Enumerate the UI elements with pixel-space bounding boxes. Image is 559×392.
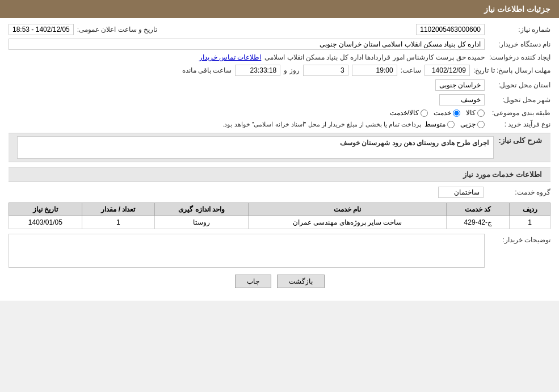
creator-row: ایجاد کننده درخواست: حمیده حق پرست کارشن… bbox=[9, 53, 550, 61]
deadline-days-label: روز و bbox=[284, 66, 299, 74]
col-service-name: نام خدمت bbox=[248, 203, 446, 216]
creator-link[interactable]: اطلاعات تماس خریدار bbox=[199, 53, 262, 61]
purchase-type-row: نوع فرآیند خرید : جزیی متوسط پرداخت تمام… bbox=[9, 120, 550, 128]
radio-khedmat[interactable] bbox=[453, 109, 460, 117]
services-title: اطلاعات خدمات مورد نیاز bbox=[463, 170, 542, 179]
general-desc-value: اجرای طرح هادی روستای دهن رود شهرستان خو… bbox=[17, 136, 494, 159]
need-number-row: شماره نیاز: 1102005463000600 تاریخ و ساع… bbox=[9, 24, 550, 35]
cell-quantity: 1 bbox=[82, 216, 155, 229]
buyer-desc-label: توضیحات خریدار: bbox=[488, 234, 550, 244]
content-area: شماره نیاز: 1102005463000600 تاریخ و ساع… bbox=[0, 18, 559, 301]
deadline-time-label: ساعت: bbox=[401, 66, 421, 74]
deadline-row: مهلت ارسال پاسخ: تا تاریخ: 1402/12/09 سا… bbox=[9, 65, 550, 76]
cell-row-num: 1 bbox=[510, 216, 550, 229]
buyer-org-row: نام دستگاه خریدار: اداره کل بنیاد مسکن ا… bbox=[9, 39, 550, 50]
cell-date: 1403/01/05 bbox=[9, 216, 82, 229]
purchase-type-radio-group: جزیی متوسط bbox=[424, 120, 485, 128]
category-khedmat: خدمت bbox=[434, 109, 460, 117]
col-unit: واحد اندازه گیری bbox=[155, 203, 249, 216]
buyer-org-label: نام دستگاه خریدار: bbox=[488, 40, 550, 48]
category-kala: کالا bbox=[466, 109, 485, 117]
services-table-section: ردیف کد خدمت نام خدمت واحد اندازه گیری ت… bbox=[9, 203, 550, 229]
col-quantity: تعداد / مقدار bbox=[82, 203, 155, 216]
col-service-code: کد خدمت bbox=[447, 203, 510, 216]
city-value: خوسف bbox=[439, 94, 485, 106]
city-row: شهر محل تحویل: خوسف bbox=[9, 94, 550, 106]
page-title: جزئیات اطلاعات نیاز bbox=[0, 0, 559, 18]
need-number-label: شماره نیاز: bbox=[488, 26, 550, 33]
radio-kala-khedmat[interactable] bbox=[421, 109, 428, 117]
province-value: خراسان جنوبی bbox=[435, 79, 485, 91]
table-row: 1 ج-42-429 ساخت سایر پروژه‌های مهندسی عم… bbox=[9, 216, 550, 229]
deadline-remaining-label: ساعت باقی مانده bbox=[182, 66, 232, 74]
col-row-num: ردیف bbox=[510, 203, 550, 216]
button-row: بازگشت چاپ bbox=[9, 275, 550, 288]
creator-label: ایجاد کننده درخواست: bbox=[488, 53, 550, 61]
header-title: جزئیات اطلاعات نیاز bbox=[484, 5, 550, 14]
announcement-label: تاریخ و ساعت اعلان عمومی: bbox=[77, 26, 158, 33]
purchase-type-label: نوع فرآیند خرید : bbox=[488, 120, 550, 128]
buyer-org-value: اداره کل بنیاد مسکن انقلاب اسلامی استان … bbox=[9, 39, 485, 50]
services-section-header: اطلاعات خدمات مورد نیاز bbox=[9, 167, 550, 182]
deadline-remaining: 23:33:18 bbox=[235, 65, 280, 76]
category-label: طبقه بندی موضوعی: bbox=[488, 109, 550, 117]
service-group-label: گروه خدمت: bbox=[488, 188, 550, 196]
col-date: تاریخ نیاز bbox=[9, 203, 82, 216]
radio-kala[interactable] bbox=[477, 109, 485, 117]
services-table: ردیف کد خدمت نام خدمت واحد اندازه گیری ت… bbox=[9, 203, 550, 229]
page-wrapper: جزئیات اطلاعات نیاز شماره نیاز: 11020054… bbox=[0, 0, 559, 301]
buyer-desc-row: توضیحات خریدار: bbox=[9, 234, 550, 268]
deadline-label: مهلت ارسال پاسخ: تا تاریخ: bbox=[473, 66, 550, 74]
service-group-row: گروه خدمت: ساختمان bbox=[9, 187, 550, 198]
general-desc-label: شرح کلی نیاز: bbox=[498, 136, 542, 145]
print-button[interactable]: چاپ bbox=[235, 275, 271, 288]
city-label: شهر محل تحویل: bbox=[488, 96, 550, 104]
creator-value: حمیده حق پرست کارشناس امور قراردادها ادا… bbox=[264, 53, 485, 61]
province-row: استان محل تحویل: خراسان جنوبی bbox=[9, 79, 550, 91]
purchase-motavasset: متوسط bbox=[424, 120, 455, 128]
purchase-jozi: جزیی bbox=[460, 120, 485, 128]
radio-motavasset[interactable] bbox=[447, 121, 455, 128]
deadline-date: 1402/12/09 bbox=[424, 65, 470, 76]
service-group-value: ساختمان bbox=[438, 187, 484, 198]
general-desc-section-header: شرح کلی نیاز: اجرای طرح هادی روستای دهن … bbox=[9, 133, 550, 162]
cell-unit: روستا bbox=[155, 216, 249, 229]
category-radio-group: کالا خدمت کالا/خدمت bbox=[390, 109, 485, 117]
announcement-value: 1402/12/05 - 18:53 bbox=[9, 24, 74, 35]
need-number-value: 1102005463000600 bbox=[416, 24, 485, 35]
cell-service-name: ساخت سایر پروژه‌های مهندسی عمران bbox=[248, 216, 446, 229]
category-row: طبقه بندی موضوعی: کالا خدمت کالا/خدمت bbox=[9, 109, 550, 117]
cell-service-code: ج-42-429 bbox=[447, 216, 510, 229]
back-button[interactable]: بازگشت bbox=[277, 275, 325, 288]
radio-jozi[interactable] bbox=[477, 121, 485, 128]
province-label: استان محل تحویل: bbox=[488, 81, 550, 89]
deadline-days: 3 bbox=[303, 65, 348, 76]
purchase-note: پرداخت تمام یا بخشی از مبلغ خریدار از مح… bbox=[222, 121, 421, 128]
category-kala-khedmat: کالا/خدمت bbox=[390, 109, 428, 117]
buyer-desc-textarea[interactable] bbox=[9, 234, 485, 268]
deadline-time: 19:00 bbox=[352, 65, 397, 76]
